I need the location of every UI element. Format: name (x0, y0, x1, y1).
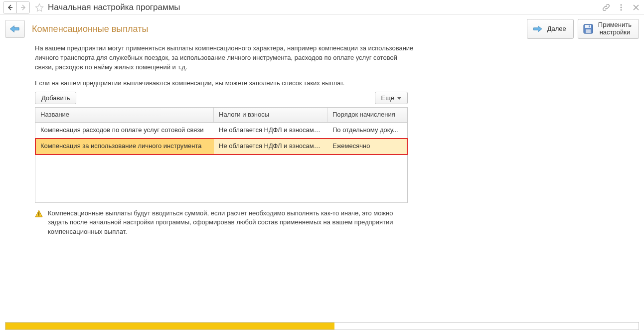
header-name[interactable]: Название (35, 108, 214, 122)
svg-rect-8 (589, 25, 590, 27)
arrow-right-icon (20, 4, 26, 10)
cell-order: По отдельному доку... (327, 123, 407, 138)
add-button[interactable]: Добавить (35, 92, 76, 104)
note-text: Компенсационные выплаты будут вводиться … (48, 209, 408, 237)
cell-order: Ежемесячно (327, 139, 407, 154)
warning-icon (35, 210, 43, 218)
arrow-left-icon (7, 4, 13, 10)
link-icon (602, 3, 610, 11)
next-button[interactable]: Далее (527, 19, 574, 39)
wizard-back-button[interactable] (5, 20, 25, 38)
svg-rect-7 (586, 29, 591, 33)
note-row: Компенсационные выплаты будут вводиться … (35, 209, 408, 237)
svg-rect-9 (38, 212, 39, 215)
progress-fill (5, 323, 334, 330)
apply-button-label: Применитьнастройки (598, 21, 632, 36)
more-button[interactable]: Еще (375, 92, 408, 104)
description-text: На вашем предприятии могут применяться в… (35, 44, 414, 72)
content-area: На вашем предприятии могут применяться в… (0, 44, 419, 237)
cell-name: Компенсация расходов по оплате услуг сот… (35, 123, 214, 138)
arrow-right-big-icon (531, 23, 543, 35)
favorite-button[interactable] (34, 2, 45, 13)
arrow-left-big-icon (8, 24, 21, 34)
close-button[interactable] (632, 3, 640, 11)
close-icon (632, 3, 640, 11)
cell-taxes: Не облагается НДФЛ и взносами... (214, 123, 327, 138)
page-title: Начальная настройка программы (48, 2, 180, 12)
titlebar-right (602, 3, 640, 11)
svg-point-2 (621, 4, 622, 5)
titlebar: Начальная настройка программы (0, 0, 644, 15)
table-controls: Добавить Еще (35, 92, 408, 104)
cell-taxes: Не облагается НДФЛ и взносами... (214, 139, 327, 154)
table-header-row: Название Налоги и взносы Порядок начисле… (35, 108, 407, 123)
cell-name: Компенсация за использование личного инс… (35, 139, 214, 154)
next-button-label: Далее (547, 25, 566, 33)
svg-point-4 (621, 9, 622, 10)
table-row[interactable]: Компенсация расходов по оплате услуг сот… (35, 123, 407, 139)
compensation-table: Название Налоги и взносы Порядок начисле… (35, 107, 408, 203)
link-button[interactable] (602, 3, 610, 11)
header-taxes[interactable]: Налоги и взносы (214, 108, 327, 122)
table-body: Компенсация расходов по оплате услуг сот… (35, 123, 407, 202)
menu-button[interactable] (617, 3, 625, 11)
section-title: Компенсационные выплаты (32, 24, 148, 34)
table-row[interactable]: Компенсация за использование личного инс… (35, 139, 407, 155)
star-icon (35, 3, 44, 12)
toolbar: Компенсационные выплаты Далее Применитьн… (0, 15, 644, 41)
nav-forward-button[interactable] (16, 2, 29, 13)
description-text-2: Если на вашем предприятии выплачиваются … (35, 79, 414, 87)
svg-point-3 (621, 6, 622, 8)
header-order[interactable]: Порядок начисления (327, 108, 407, 122)
nav-back-button[interactable] (3, 2, 16, 13)
kebab-icon (617, 3, 625, 11)
progress-bar (5, 322, 639, 330)
save-disk-icon (582, 23, 594, 35)
svg-rect-6 (585, 25, 591, 28)
apply-button[interactable]: Применитьнастройки (578, 19, 639, 39)
nav-buttons (3, 1, 30, 13)
svg-rect-10 (38, 215, 39, 216)
